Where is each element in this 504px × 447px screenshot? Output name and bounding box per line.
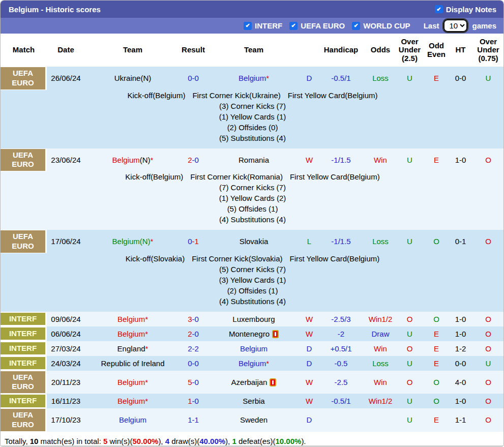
result-cell: 2-2 xyxy=(181,341,206,356)
half-time-cell: 1-0 xyxy=(449,394,472,408)
display-notes-checkbox[interactable]: ✔ xyxy=(435,5,443,13)
odds-cell: Win1/2 xyxy=(365,312,396,326)
result-cell: 5-0 xyxy=(181,371,206,394)
text-segment: E xyxy=(434,359,439,368)
check-icon: ✔ xyxy=(436,6,441,13)
handicap-cell xyxy=(317,408,365,432)
text-segment: ). xyxy=(301,437,306,445)
text-segment: O xyxy=(485,315,491,323)
notes-header-part: First Yellow Card(Belgium) xyxy=(290,172,380,181)
odds-cell: Win xyxy=(365,371,396,394)
text-segment: +0.5/1 xyxy=(330,344,351,353)
text-segment: D xyxy=(307,344,312,353)
competition-cell: INTERF xyxy=(1,312,47,326)
text-segment: Win1/2 xyxy=(369,397,393,405)
text-segment: O xyxy=(485,344,491,353)
home-team-cell: Ukraine(N) xyxy=(85,67,181,90)
text-segment: O xyxy=(433,397,439,405)
text-segment: 1-0 xyxy=(455,156,466,164)
match-row: UEFA EURO17/10/23Belgium1-1SwedenDUE1-1O xyxy=(1,408,504,432)
text-segment: E xyxy=(434,344,439,353)
last-games-select[interactable]: 10 xyxy=(443,19,467,32)
text-segment: D xyxy=(307,415,312,424)
filter-toggle-interf[interactable]: ✔INTERF xyxy=(244,21,282,30)
away-team-cell: Montenegro xyxy=(206,326,302,341)
page-title: Belgium - Historic scores xyxy=(9,5,101,14)
text-segment: -0 xyxy=(192,378,199,386)
text-segment: E xyxy=(434,415,439,424)
date-cell: 06/06/24 xyxy=(47,326,85,341)
column-header: Handicap xyxy=(317,34,365,67)
half-time-cell: 0-0 xyxy=(449,356,472,371)
text-segment: 10 xyxy=(30,437,39,445)
text-segment: O xyxy=(433,237,439,246)
last-label: Last xyxy=(424,21,439,30)
filter-checkbox[interactable]: ✔ xyxy=(352,22,360,30)
competition-badge: UEFA EURO xyxy=(1,67,45,90)
text-segment: Belgium xyxy=(239,74,266,82)
text-segment: Ukraine(N) xyxy=(114,74,152,82)
text-segment: Azerbaijan xyxy=(231,378,268,386)
summary-footer: Totally, 10 match(es) in total: 5 win(s)… xyxy=(1,432,503,447)
text-segment: -0 xyxy=(192,315,199,323)
text-segment: 1-0 xyxy=(455,315,466,323)
notes-header-part: First Corner Kick(Ukraine) xyxy=(192,91,280,100)
notes-line: (3) Yellow Cards (1) xyxy=(1,275,504,285)
text-segment: O xyxy=(407,378,413,386)
text-segment: Loss xyxy=(372,359,389,368)
filter-checkbox[interactable]: ✔ xyxy=(244,22,252,30)
text-segment: 4 xyxy=(165,437,169,445)
home-team-cell: Belgium* xyxy=(85,371,181,394)
filter-label: WORLD CUP xyxy=(363,21,410,30)
odds-cell: Win xyxy=(365,148,396,172)
text-segment: D xyxy=(307,74,312,82)
odd-even-cell: E xyxy=(424,148,449,172)
text-segment: W xyxy=(306,330,313,338)
away-team-cell: Luxembourg xyxy=(206,312,302,326)
filter-checkbox[interactable]: ✔ xyxy=(289,22,298,30)
match-row: UEFA EURO17/06/24Belgium(N)*0-1SlovakiaL… xyxy=(1,230,504,253)
wdl-cell: D xyxy=(302,67,317,90)
text-segment: U xyxy=(407,397,412,405)
text-segment: 0-0 xyxy=(455,359,466,368)
filter-toggle-uefa-euro[interactable]: ✔UEFA EURO xyxy=(289,21,345,30)
text-segment: Montenegro xyxy=(229,330,270,338)
handicap-cell: -2 xyxy=(317,326,365,341)
column-header: Date xyxy=(47,34,85,67)
text-segment: O xyxy=(485,237,491,246)
competition-badge: UEFA EURO xyxy=(1,409,45,431)
over-under-25-cell: O xyxy=(396,371,424,394)
competition-badge: UEFA EURO xyxy=(1,371,45,394)
text-segment: U xyxy=(407,156,412,164)
text-segment: (N) xyxy=(140,156,151,164)
column-header: Team xyxy=(85,34,181,67)
date-cell: 17/06/24 xyxy=(47,230,85,253)
handicap-cell: -2.5/3 xyxy=(317,312,365,326)
match-row: INTERF24/03/24Republic of Ireland0-0Belg… xyxy=(1,356,504,371)
odds-cell xyxy=(365,408,396,432)
text-segment: W xyxy=(306,378,313,386)
over-under-25-cell: U xyxy=(396,230,424,253)
text-segment: O xyxy=(433,378,439,386)
display-notes-toggle[interactable]: ✔ Display Notes xyxy=(435,5,496,14)
text-segment: * xyxy=(151,156,154,164)
wdl-cell: W xyxy=(302,312,317,326)
check-icon: ✔ xyxy=(245,22,250,29)
text-segment: O xyxy=(485,330,491,338)
text-segment: 0-0 xyxy=(455,74,466,82)
text-segment: 2 xyxy=(188,330,192,338)
text-segment: Win xyxy=(374,344,387,353)
text-segment: ), xyxy=(158,437,165,445)
match-row: UEFA EURO26/06/24Ukraine(N)0-0Belgium*D-… xyxy=(1,67,504,90)
text-segment: 2 xyxy=(188,156,192,164)
text-segment: 1-2 xyxy=(455,344,466,353)
wdl-cell: W xyxy=(302,394,317,408)
text-segment: -0 xyxy=(192,156,199,164)
text-segment: * xyxy=(266,359,269,368)
table-header: MatchDateTeamResultTeamHandicapOddsOver … xyxy=(1,34,504,67)
over-under-075-cell: O xyxy=(472,371,504,394)
text-segment: U xyxy=(486,359,491,368)
competition-cell: UEFA EURO xyxy=(1,67,47,90)
competition-cell: UEFA EURO xyxy=(1,148,47,172)
filter-toggle-world-cup[interactable]: ✔WORLD CUP xyxy=(352,21,410,30)
